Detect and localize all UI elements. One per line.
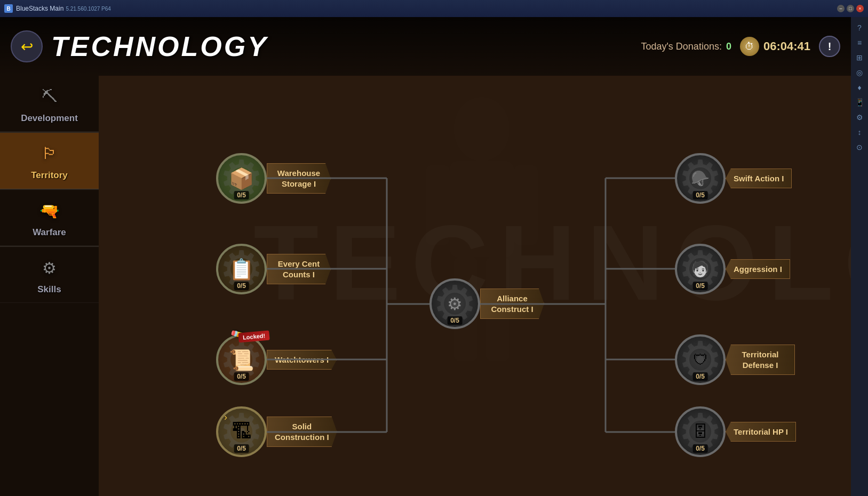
resize-button[interactable]: ↕	[853, 126, 866, 139]
territory-label: Territory	[31, 170, 68, 181]
solid-construction-counter: 0/5	[234, 444, 249, 453]
timer-value: 06:04:41	[763, 39, 810, 53]
territory-icon: 🏳	[36, 140, 63, 167]
main-content: 📦 0/5 WarehouseStorage I 📋 0/5 Every Cen…	[99, 76, 851, 496]
minimize-button[interactable]: –	[837, 5, 845, 12]
development-icon: ⛏	[36, 83, 63, 110]
diamond-button[interactable]: ♦	[853, 81, 866, 94]
donations-section: Today's Donations: 0	[641, 41, 731, 52]
node-territorial-defense[interactable]: 🛡 0/5 TerritorialDefense I	[675, 334, 795, 385]
warehouse-label: WarehouseStorage I	[267, 163, 331, 194]
warehouse-counter: 0/5	[234, 191, 249, 199]
warfare-label: Warfare	[33, 227, 66, 238]
every-cent-counter: 0/5	[234, 282, 249, 290]
node-aggression[interactable]: 🧑 0/5 Aggression I	[675, 244, 790, 294]
aggression-counter: 0/5	[692, 282, 708, 290]
node-solid-construction[interactable]: 🏗 0/5 SolidConstruction I	[216, 406, 337, 457]
circle-button[interactable]: ⊙	[853, 141, 866, 154]
alliance-construct-label: AllianceConstruct I	[480, 289, 544, 319]
every-cent-label: Every CentCounts I	[267, 254, 331, 284]
locked-badge: Locked!	[238, 330, 270, 342]
timer-icon: ⏱	[740, 37, 759, 56]
warfare-icon: 🔫	[36, 197, 63, 224]
node-territorial-hp[interactable]: 🗄 0/5 Territorial HP I	[675, 406, 796, 457]
app-icon: B	[4, 4, 13, 13]
skills-label: Skills	[37, 284, 61, 295]
title-bar: B BlueStacks Main 5.21.560.1027 P64 – □ …	[0, 0, 868, 17]
menu-button[interactable]: ≡	[853, 36, 866, 49]
help-button[interactable]: ?	[853, 21, 866, 34]
territorial-hp-counter: 0/5	[692, 444, 708, 453]
alert-button[interactable]: !	[819, 36, 840, 57]
app-version: 5.21.560.1027 P64	[66, 6, 111, 12]
node-warehouse-storage[interactable]: 📦 0/5 WarehouseStorage I	[216, 153, 331, 204]
swift-action-counter: 0/5	[692, 191, 708, 199]
skills-icon: ⚙	[36, 254, 63, 281]
node-every-cent[interactable]: 📋 0/5 Every CentCounts I	[216, 244, 331, 294]
sidebar-item-development[interactable]: ⛏ Development	[0, 76, 99, 132]
solid-construction-label: SolidConstruction I	[267, 417, 337, 447]
territorial-defense-counter: 0/5	[692, 372, 708, 381]
close-button[interactable]: ×	[856, 5, 864, 12]
donations-value: 0	[726, 41, 731, 52]
header: ↩ TECHNOLOGY Today's Donations: 0 ⏱ 06:0…	[0, 17, 851, 76]
maximize-button[interactable]: □	[847, 5, 854, 12]
grid-button[interactable]: ⊞	[853, 51, 866, 64]
left-sidebar: ⛏ Development 🏳 Territory 🔫 Warfare ⚙ Sk…	[0, 76, 99, 496]
territorial-hp-label: Territorial HP I	[726, 422, 796, 442]
sidebar-item-territory[interactable]: 🏳 Territory	[0, 133, 99, 189]
back-button[interactable]: ↩	[11, 30, 43, 62]
sidebar-item-warfare[interactable]: 🔫 Warfare	[0, 190, 99, 246]
page-title: TECHNOLOGY	[51, 30, 268, 62]
right-sidebar: ? ≡ ⊞ ◎ ♦ 📱 ⚙ ↕ ⊙	[851, 17, 868, 496]
window-controls: – □ ×	[837, 5, 864, 12]
app-title: BlueStacks Main	[16, 5, 63, 12]
phone-button[interactable]: 📱	[853, 96, 866, 109]
watchtowers-counter: 0/5	[234, 372, 249, 381]
target-button[interactable]: ◎	[853, 66, 866, 79]
timer-section: ⏱ 06:04:41	[740, 37, 810, 56]
arrow-indicator: ›	[224, 412, 227, 423]
header-right: Today's Donations: 0 ⏱ 06:04:41 !	[641, 36, 840, 57]
alliance-construct-counter: 0/5	[447, 316, 463, 325]
watchtowers-label: Watchtowers I	[267, 350, 337, 370]
node-alliance-construct[interactable]: ⚙ 0/5 AllianceConstruct I	[429, 278, 544, 329]
donations-label: Today's Donations:	[641, 41, 722, 52]
development-label: Development	[21, 113, 78, 124]
sidebar-item-skills[interactable]: ⚙ Skills	[0, 247, 99, 303]
settings-button[interactable]: ⚙	[853, 111, 866, 124]
node-swift-action[interactable]: 🪖 0/5 Swift Action I	[675, 153, 792, 204]
game-area: TECHNOLOGY ↩ TECHNOLOGY Today's Donation…	[0, 17, 851, 496]
swift-action-label: Swift Action I	[726, 169, 792, 189]
territorial-defense-label: TerritorialDefense I	[726, 345, 795, 375]
aggression-label: Aggression I	[726, 259, 790, 279]
node-watchtowers[interactable]: 📜 0/5 ✏️ Locked! Watchtowers I	[216, 334, 337, 385]
